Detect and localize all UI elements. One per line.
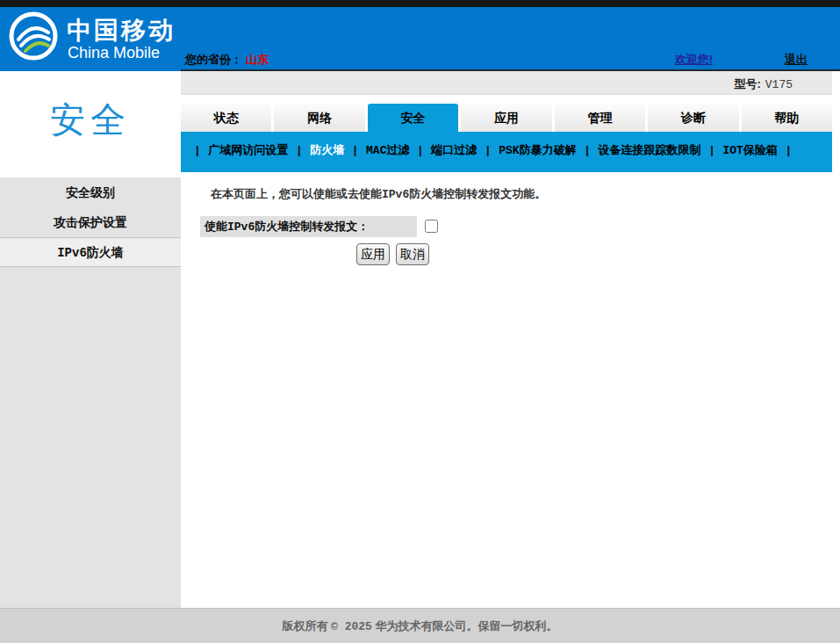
main-content: 在本页面上，您可以使能或去使能IPv6防火墙控制转发报文功能。 使能IPv6防火… [181,172,832,608]
model-value: V175 [765,78,793,91]
sidebar: 安全 安全级别 攻击保护设置 IPv6防火墙 [0,71,181,608]
subnav-item-port-filter[interactable]: 端口过滤 [431,143,477,156]
sidebar-menu: 安全级别 攻击保护设置 IPv6防火墙 [0,177,181,608]
subnav-separator: | [419,143,422,156]
subnav-item-iot-safebox[interactable]: IOT保险箱 [722,143,777,156]
subnav-item-mac-filter[interactable]: MAC过滤 [366,143,409,156]
action-buttons: 应用 取消 [356,243,429,265]
ipv6-firewall-checkbox[interactable] [425,220,438,233]
province-value: 山东 [246,53,269,66]
brand-name-english: China Mobile [68,44,160,62]
province-indicator: 您的省份：山东 [185,52,269,68]
model-bar: 型号:V175 [181,71,832,95]
logout-link[interactable]: 退出 [785,52,808,68]
apply-button[interactable]: 应用 [356,243,390,265]
province-label: 您的省份： [185,53,242,66]
ipv6-firewall-setting-label: 使能IPv6防火墙控制转发报文： [200,216,417,238]
sidebar-item-security-level[interactable]: 安全级别 [0,177,181,207]
tab-management[interactable]: 管理 [555,104,645,132]
security-subnav: | 广域网访问设置 | 防火墙 | MAC过滤 | 端口过滤 | PSK防暴力破… [181,132,832,172]
subnav-item-wan-access[interactable]: 广域网访问设置 [208,143,288,156]
main-tabs: 状态 网络 安全 应用 管理 诊断 帮助 [181,104,832,132]
subnav-separator: | [786,143,790,156]
tab-application[interactable]: 应用 [461,104,551,132]
window-top-strip [0,0,840,7]
tab-status[interactable]: 状态 [181,104,271,132]
subnav-separator: | [354,143,357,156]
subnav-separator: | [298,143,301,156]
tab-security[interactable]: 安全 [368,104,458,132]
subnav-separator: | [196,143,199,156]
page-description: 在本页面上，您可以使能或去使能IPv6防火墙控制转发报文功能。 [211,186,546,202]
sidebar-item-attack-protection[interactable]: 攻击保护设置 [0,207,181,237]
subnav-item-psk-protection[interactable]: PSK防暴力破解 [499,143,576,156]
model-label: 型号: [734,77,760,90]
china-mobile-logo-icon [8,11,59,61]
footer: 版权所有 © 2025 华为技术有限公司。保留一切权利。 [0,608,840,643]
header: 中国移动 China Mobile 您的省份：山东 欢迎您! 退出 [0,7,840,71]
copyright-text: 版权所有 © 2025 华为技术有限公司。保留一切权利。 [282,619,557,632]
router-admin-page: 中国移动 China Mobile 您的省份：山东 欢迎您! 退出 型号:V17… [0,0,840,643]
ipv6-firewall-setting-row: 使能IPv6防火墙控制转发报文： [200,216,417,237]
subnav-separator: | [486,143,490,156]
subnav-item-firewall[interactable]: 防火墙 [310,143,344,156]
subnav-item-device-conn-limit[interactable]: 设备连接跟踪数限制 [599,143,701,156]
subnav-separator: | [585,143,589,156]
tab-diagnosis[interactable]: 诊断 [648,104,738,132]
subnav-separator: | [710,143,714,156]
tab-network[interactable]: 网络 [274,104,364,132]
tab-help[interactable]: 帮助 [742,104,832,132]
sidebar-item-ipv6-firewall[interactable]: IPv6防火墙 [0,237,181,267]
brand-name-chinese: 中国移动 [67,14,176,47]
page-title: 安全 [0,96,181,144]
cancel-button[interactable]: 取消 [396,243,429,265]
welcome-link[interactable]: 欢迎您! [675,52,713,68]
